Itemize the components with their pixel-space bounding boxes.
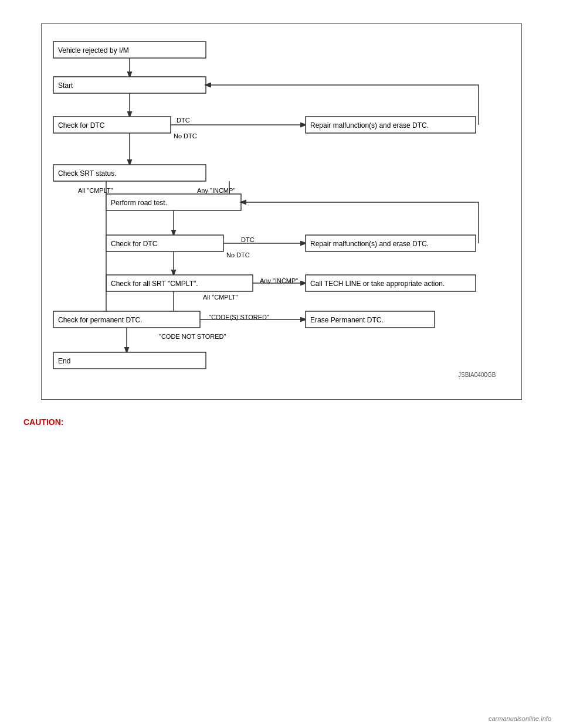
svg-rect-2: [53, 77, 206, 93]
repair-dtc-2-label: Repair malfunction(s) and erase DTC.: [310, 240, 429, 248]
caution-label: CAUTION:: [23, 417, 540, 427]
check-permanent-label: Check for permanent DTC.: [58, 316, 142, 324]
call-tech-label: Call TECH LINE or take appropriate actio…: [310, 280, 445, 288]
no-dtc-label-2: No DTC: [226, 251, 250, 258]
start-label: Start: [58, 81, 73, 90]
repair-dtc-1-label: Repair malfunction(s) and erase DTC.: [310, 121, 429, 130]
caution-section: CAUTION:: [12, 411, 551, 436]
dtc-label-2: DTC: [241, 236, 255, 243]
code-not-stored-label: "CODE NOT STORED": [159, 333, 226, 340]
all-cmplt-2-label: All "CMPLT": [203, 294, 238, 301]
check-dtc-label: Check for DTC: [58, 121, 105, 130]
vehicle-rejected-label: Vehicle rejected by I/M: [58, 46, 129, 55]
check-all-srt-label: Check for all SRT "CMPLT".: [111, 280, 198, 288]
perform-road-label: Perform road test.: [111, 199, 167, 207]
all-cmplt-1-label: All "CMPLT": [78, 187, 113, 194]
page-container: Vehicle rejected by I/M Start Check for …: [0, 0, 563, 728]
no-dtc-label-1: No DTC: [174, 132, 197, 140]
erase-permanent-label: Erase Permanent DTC.: [310, 316, 384, 324]
watermark: carmanualsonline.info: [489, 715, 551, 722]
ref-code: JSBIA0400GB: [458, 372, 496, 378]
check-dtc-2-label: Check for DTC: [111, 240, 158, 248]
svg-rect-26: [53, 352, 206, 369]
check-srt-label: Check SRT status.: [58, 169, 117, 178]
diagram-box: Vehicle rejected by I/M Start Check for …: [41, 23, 522, 400]
end-label: End: [58, 357, 70, 365]
dtc-label-1: DTC: [177, 117, 190, 124]
flowchart-svg: Vehicle rejected by I/M Start Check for …: [48, 36, 517, 382]
